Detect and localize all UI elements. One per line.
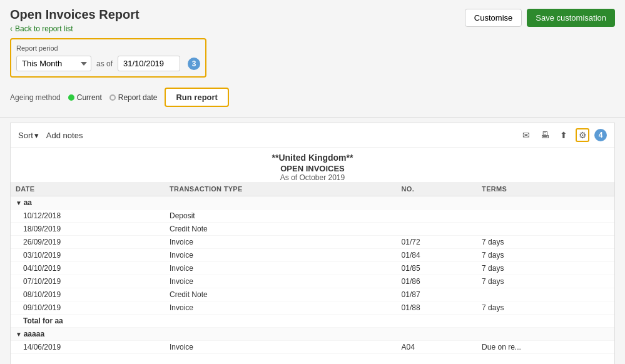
email-icon[interactable]: ✉ — [519, 128, 533, 142]
cell-terms: 7 days — [477, 301, 614, 315]
cell-terms — [477, 210, 614, 223]
save-customisation-button[interactable]: Save customisation — [527, 9, 615, 27]
cell-date: 04/10/2019 — [11, 262, 165, 275]
cell-date: 14/06/2019 — [11, 341, 165, 354]
cell-date: 08/10/2019 — [11, 288, 165, 301]
ageing-current-label: Current — [77, 93, 102, 102]
cell-no: 01/85 — [397, 262, 477, 275]
date-input[interactable] — [118, 56, 180, 71]
table-row[interactable]: 10/12/2018 Deposit — [11, 210, 614, 223]
cell-no: 01/84 — [397, 249, 477, 262]
cell-no: 01/72 — [397, 236, 477, 249]
step-badge-4: 4 — [594, 129, 607, 141]
add-notes-button[interactable]: Add notes — [46, 131, 83, 140]
report-as-of: As of October 2019 — [11, 173, 614, 182]
col-date: DATE — [11, 182, 165, 196]
cell-no — [397, 210, 477, 223]
cell-terms: Due on re... — [477, 341, 614, 354]
cell-terms: 7 days — [477, 262, 614, 275]
cell-type: Invoice — [165, 236, 397, 249]
cell-date: 26/09/2019 — [11, 236, 165, 249]
table-row[interactable]: 26/09/2019 Invoice 01/72 7 days — [11, 236, 614, 249]
as-of-label: as of — [96, 59, 113, 68]
settings-icon[interactable]: ⚙ — [576, 128, 589, 142]
cell-type: Invoice — [165, 249, 397, 262]
table-row[interactable]: 18/09/2019 Credit Note — [11, 223, 614, 236]
cell-no: A04 — [397, 341, 477, 354]
cell-date: 09/10/2019 — [11, 301, 165, 315]
customise-button[interactable]: Customise — [465, 9, 522, 27]
ageing-report-date-label: Report date — [118, 93, 158, 102]
ageing-method-label: Ageing method — [10, 93, 61, 102]
cell-terms: 7 days — [477, 249, 614, 262]
cell-type: Invoice — [165, 275, 397, 288]
sort-chevron-icon: ▾ — [34, 131, 39, 140]
cell-date: 07/10/2019 — [11, 275, 165, 288]
table-row[interactable]: 04/10/2019 Invoice 01/85 7 days — [11, 262, 614, 275]
cell-date: 10/12/2018 — [11, 210, 165, 223]
report-area: Sort ▾ Add notes ✉ 🖶 ⬆ ⚙ 4 **United King… — [10, 123, 615, 364]
cell-type: Invoice — [165, 262, 397, 275]
cell-terms — [477, 288, 614, 301]
table-group-header: aa — [11, 196, 614, 210]
report-period-label: Report period — [16, 44, 200, 52]
cell-no — [397, 223, 477, 236]
cell-terms: 7 days — [477, 236, 614, 249]
col-transaction-type: TRANSACTION TYPE — [165, 182, 397, 196]
table-group-header: aaaaa — [11, 328, 614, 341]
sort-button[interactable]: Sort ▾ — [18, 131, 39, 140]
report-date-radio-dot — [109, 94, 116, 101]
cell-date: 18/09/2019 — [11, 223, 165, 236]
cell-type: Invoice — [165, 301, 397, 315]
cell-type: Invoice — [165, 341, 397, 354]
run-report-button[interactable]: Run report — [165, 88, 228, 107]
cell-type: Credit Note — [165, 288, 397, 301]
cell-no: 01/88 — [397, 301, 477, 315]
cell-no: 01/86 — [397, 275, 477, 288]
cell-date: 03/10/2019 — [11, 249, 165, 262]
cell-terms: 7 days — [477, 275, 614, 288]
col-no: NO. — [397, 182, 477, 196]
table-row[interactable]: 03/10/2019 Invoice 01/84 7 days — [11, 249, 614, 262]
cell-no: 01/87 — [397, 288, 477, 301]
ageing-current-option[interactable]: Current — [68, 93, 102, 102]
table-row[interactable]: 08/10/2019 Credit Note 01/87 — [11, 288, 614, 301]
table-row[interactable]: 09/10/2019 Invoice 01/88 7 days — [11, 301, 614, 315]
table-row[interactable]: 14/06/2019 Invoice A04 Due on re... — [11, 341, 614, 354]
report-name: OPEN INVOICES — [11, 164, 614, 173]
export-icon[interactable]: ⬆ — [557, 128, 571, 142]
ageing-report-date-option[interactable]: Report date — [109, 93, 158, 102]
step-badge-3: 3 — [188, 58, 200, 70]
company-name: **United Kingdom** — [11, 148, 614, 164]
print-icon[interactable]: 🖶 — [538, 128, 552, 142]
current-radio-dot — [68, 94, 74, 101]
table-total-row: Total for aa — [11, 315, 614, 328]
period-select[interactable]: This Month — [16, 56, 91, 71]
col-terms: TERMS — [477, 182, 614, 196]
cell-type: Credit Note — [165, 223, 397, 236]
cell-terms — [477, 223, 614, 236]
table-row[interactable]: 07/10/2019 Invoice 01/86 7 days — [11, 275, 614, 288]
cell-type: Deposit — [165, 210, 397, 223]
